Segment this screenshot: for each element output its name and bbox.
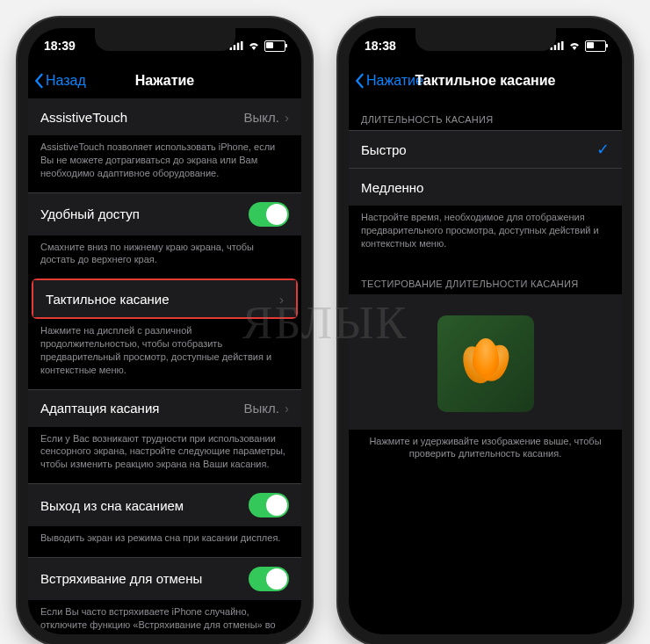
toggle-on[interactable] [249, 567, 289, 591]
svg-rect-1 [234, 45, 236, 50]
row-reachability[interactable]: Удобный доступ [28, 192, 301, 235]
row-assistivetouch[interactable]: AssistiveTouch Выкл.› [28, 98, 301, 135]
status-time: 18:38 [365, 39, 396, 53]
chevron-right-icon: › [285, 401, 289, 416]
phone-left: 18:39 Назад Нажатие AssistiveTouch Выкл.… [18, 18, 312, 644]
row-footer: Смахните вниз по нижнему краю экрана, чт… [28, 235, 301, 279]
row-footer: Нажмите на дисплей с различной продолжит… [28, 319, 301, 388]
back-label: Нажатие [366, 73, 423, 89]
battery-icon [264, 40, 285, 52]
toggle-on[interactable] [249, 493, 289, 517]
notch [95, 28, 235, 51]
row-label: Выход из сна касанием [40, 498, 184, 513]
row-footer: Если Вы часто встряхиваете iPhone случай… [28, 600, 301, 634]
row-label: Удобный доступ [40, 206, 140, 221]
option-label: Медленно [361, 180, 423, 195]
section-header: ТЕСТИРОВАНИЕ ДЛИТЕЛЬНОСТИ КАСАНИЯ [349, 263, 622, 294]
nav-bar: Назад Нажатие [28, 63, 301, 98]
svg-rect-7 [561, 41, 564, 50]
section-header: ДЛИТЕЛЬНОСТЬ КАСАНИЯ [349, 98, 622, 130]
svg-rect-6 [558, 43, 560, 50]
battery-icon [585, 40, 606, 52]
chevron-right-icon: › [279, 292, 284, 307]
toggle-on[interactable] [249, 202, 289, 227]
row-value: Выкл. [244, 110, 279, 125]
status-indicators [229, 40, 285, 52]
row-value: Выкл. [244, 401, 279, 416]
row-label: Адаптация касания [40, 401, 159, 416]
checkmark-icon: ✓ [596, 140, 610, 159]
chevron-left-icon [33, 73, 44, 89]
row-label: AssistiveTouch [40, 110, 127, 125]
wifi-icon [247, 41, 261, 50]
row-haptic-touch[interactable]: Тактильное касание › [33, 280, 296, 317]
back-button[interactable]: Нажатие [354, 73, 423, 89]
back-button[interactable]: Назад [33, 73, 86, 89]
section-footer: Нажмите и удерживайте изображение выше, … [349, 430, 622, 474]
flower-icon [455, 333, 516, 394]
row-footer: Если у Вас возникают трудности при испол… [28, 427, 301, 484]
option-slow[interactable]: Медленно [349, 168, 622, 206]
row-shake-to-undo[interactable]: Встряхивание для отмены [28, 557, 301, 600]
row-tap-to-wake[interactable]: Выход из сна касанием [28, 483, 301, 526]
row-footer: Выводить экран из режима сна при касании… [28, 526, 301, 557]
section-footer: Настройте время, необходимое для отображ… [349, 206, 622, 263]
svg-rect-2 [237, 43, 240, 50]
svg-rect-3 [241, 41, 243, 50]
notch [415, 28, 556, 51]
wifi-icon [567, 41, 581, 50]
chevron-left-icon [354, 73, 365, 89]
option-label: Быстро [361, 142, 407, 157]
row-label: Встряхивание для отмены [40, 571, 202, 586]
row-label: Тактильное касание [46, 292, 170, 307]
phone-right: 18:38 Нажатие Тактильное касание ДЛИТЕЛЬ… [338, 18, 632, 644]
highlight-box: Тактильное касание › [32, 279, 298, 319]
option-fast[interactable]: Быстро ✓ [349, 130, 622, 168]
status-indicators [550, 40, 606, 52]
test-area [349, 294, 622, 430]
status-time: 18:39 [44, 39, 76, 53]
nav-bar: Нажатие Тактильное касание [349, 63, 622, 98]
back-label: Назад [46, 73, 86, 89]
row-footer: AssistiveTouch позволяет использовать iP… [28, 135, 301, 192]
test-image[interactable] [437, 315, 534, 412]
chevron-right-icon: › [285, 110, 289, 125]
svg-rect-5 [554, 45, 557, 50]
row-touch-accommodations[interactable]: Адаптация касания Выкл.› [28, 389, 301, 427]
